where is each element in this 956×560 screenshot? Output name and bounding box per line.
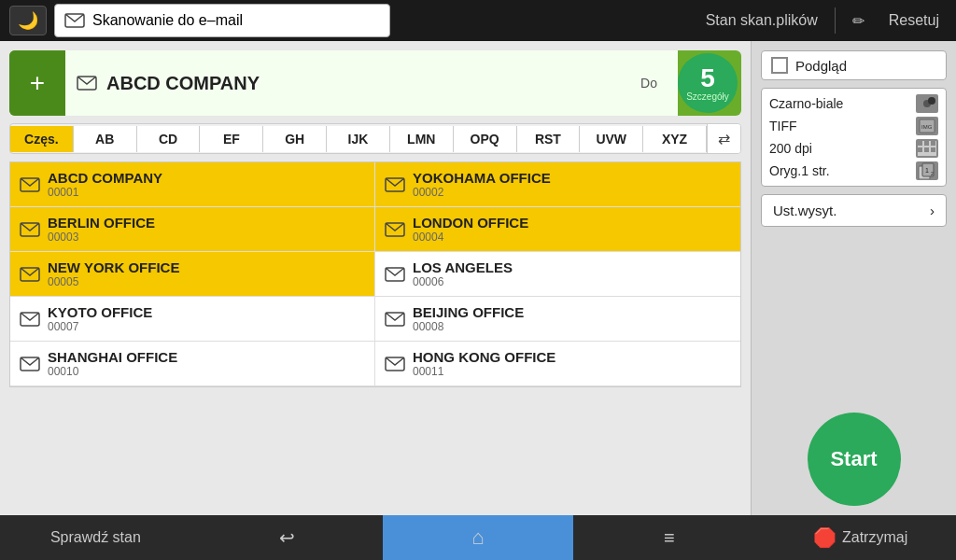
alpha-tab-opq[interactable]: OPQ [454, 126, 517, 152]
settings-box: Czarno-biale TIFF IMG 200 dpi [761, 88, 947, 187]
contact-code: 00005 [48, 275, 179, 288]
contact-item-text: KYOTO OFFICE 00007 [48, 304, 152, 333]
svg-point-14 [928, 97, 935, 105]
preview-button[interactable]: Podgląd [761, 50, 947, 80]
contact-item[interactable]: SHANGHAI OFFICE 00010 [10, 342, 375, 386]
svg-text:1: 1 [925, 167, 929, 174]
contact-code: 00011 [413, 365, 555, 378]
back-icon: ↩ [279, 526, 295, 549]
contact-email-icon [20, 357, 40, 371]
contact-name: BERLIN OFFICE [48, 215, 155, 231]
pages-row: Oryg.1 str. 12 [769, 161, 938, 180]
alpha-tab-xyz[interactable]: XYZ [643, 126, 707, 152]
add-button[interactable]: + [9, 50, 65, 116]
check-status-button[interactable]: Sprawdź stan [0, 515, 191, 560]
scan-label: Skanowanie do e–mail [92, 12, 243, 29]
svg-rect-23 [931, 147, 935, 152]
color-icon [916, 94, 938, 113]
to-label: Do [640, 76, 657, 91]
contact-name: LONDON OFFICE [413, 215, 528, 231]
selected-contact-header: + ABCD COMPANY Do 5 Szczegóły [9, 50, 741, 116]
bottom-bar: Sprawdź stan ↩ ⌂ ≡ 🛑 Zatrzymaj [0, 515, 956, 560]
svg-text:2: 2 [931, 171, 934, 176]
contact-code: 00006 [413, 275, 513, 288]
stop-button[interactable]: 🛑 Zatrzymaj [765, 515, 956, 560]
contact-email-icon [20, 312, 40, 327]
output-settings-button[interactable]: Ust.wysyt. › [761, 194, 947, 227]
contact-item-text: LOS ANGELES 00006 [413, 259, 513, 288]
dpi-label: 200 dpi [769, 141, 812, 156]
contact-code: 00001 [48, 186, 162, 199]
alpha-tab-ab[interactable]: AB [74, 126, 137, 152]
color-label: Czarno-biale [769, 96, 843, 111]
contact-item[interactable]: KYOTO OFFICE 00007 [10, 297, 375, 342]
stop-icon: 🛑 [813, 526, 836, 549]
shuffle-icon[interactable]: ⇄ [707, 124, 740, 153]
svg-rect-19 [924, 141, 929, 146]
alpha-tab-ef[interactable]: EF [200, 126, 263, 152]
color-row: Czarno-biale [769, 94, 938, 113]
svg-rect-22 [924, 147, 929, 152]
contact-item[interactable]: YOKOHAMA OFFICE 00002 [375, 162, 740, 207]
contact-item-text: HONG KONG OFFICE 00011 [413, 349, 555, 378]
contact-email-icon [385, 357, 405, 371]
contact-email-icon [20, 222, 40, 237]
email-icon [64, 13, 85, 28]
contact-code: 00004 [413, 231, 528, 244]
contact-email-icon [20, 267, 40, 282]
pen-button[interactable]: ✏ [845, 8, 872, 34]
count-circle: 5 Szczegóły [678, 53, 738, 113]
contact-item-text: SHANGHAI OFFICE 00010 [48, 349, 177, 378]
menu-button[interactable]: ≡ [573, 515, 765, 560]
contact-name: ABCD COMPANY [48, 170, 162, 186]
selected-email-icon [77, 76, 97, 91]
alpha-tab-gh[interactable]: GH [263, 126, 327, 152]
contact-email-icon [20, 177, 40, 192]
contact-item-text: ABCD COMPANY 00001 [48, 170, 162, 199]
contact-item-text: YOKOHAMA OFFICE 00002 [413, 170, 551, 199]
top-bar: 🌙 Skanowanie do e–mail Stan skan.plików … [0, 0, 956, 41]
top-bar-left: 🌙 Skanowanie do e–mail [9, 4, 390, 37]
back-button[interactable]: ↩ [191, 515, 383, 560]
main-content: + ABCD COMPANY Do 5 Szczegóły Częs.ABCDE… [0, 41, 956, 515]
alpha-tab-cd[interactable]: CD [137, 126, 201, 152]
alpha-tab-lmn[interactable]: LMN [390, 126, 454, 152]
contact-name: BEIJING OFFICE [413, 304, 524, 320]
stop-label: Zatrzymaj [842, 529, 907, 546]
menu-icon: ≡ [664, 527, 675, 549]
contact-item[interactable]: LONDON OFFICE 00004 [375, 207, 740, 252]
scan-email-box: Skanowanie do e–mail [54, 4, 390, 37]
format-icon: IMG [916, 117, 938, 135]
alpha-tab-uvw[interactable]: UVW [580, 126, 643, 152]
preview-checkbox [771, 57, 788, 74]
contact-item[interactable]: BEIJING OFFICE 00008 [375, 297, 740, 342]
contact-name: NEW YORK OFFICE [48, 259, 179, 275]
contact-item[interactable]: NEW YORK OFFICE 00005 [10, 252, 375, 297]
contact-name: LOS ANGELES [413, 259, 513, 275]
preview-label: Podgląd [795, 58, 847, 74]
alpha-tab-ijk[interactable]: IJK [327, 126, 390, 152]
home-button[interactable]: ⌂ [383, 515, 574, 560]
left-panel: + ABCD COMPANY Do 5 Szczegóły Częs.ABCDE… [0, 41, 751, 515]
contact-code: 00008 [413, 320, 524, 333]
status-button[interactable]: Stan skan.plików [698, 8, 825, 33]
pages-label: Oryg.1 str. [769, 163, 830, 178]
contact-name: SHANGHAI OFFICE [48, 349, 177, 365]
details-label: Szczegóły [686, 91, 729, 102]
start-button[interactable]: Start [808, 413, 901, 506]
moon-button[interactable]: 🌙 [9, 6, 47, 35]
reset-button[interactable]: Resetuj [881, 8, 947, 33]
contact-item[interactable]: ABCD COMPANY 00001 [10, 162, 375, 207]
svg-rect-18 [918, 141, 922, 146]
contact-name: YOKOHAMA OFFICE [413, 170, 551, 186]
right-panel: Podgląd Czarno-biale TIFF IMG 200 dpi [751, 41, 956, 515]
chevron-right-icon: › [930, 203, 935, 218]
alpha-tab-rst[interactable]: RST [517, 126, 581, 152]
contact-item[interactable]: HONG KONG OFFICE 00011 [375, 342, 740, 386]
svg-rect-20 [931, 141, 935, 146]
contact-item[interactable]: BERLIN OFFICE 00003 [10, 207, 375, 252]
count-number: 5 [700, 65, 715, 91]
alpha-tab-czs[interactable]: Częs. [10, 126, 74, 152]
contact-item[interactable]: LOS ANGELES 00006 [375, 252, 740, 297]
format-label: TIFF [769, 119, 797, 133]
